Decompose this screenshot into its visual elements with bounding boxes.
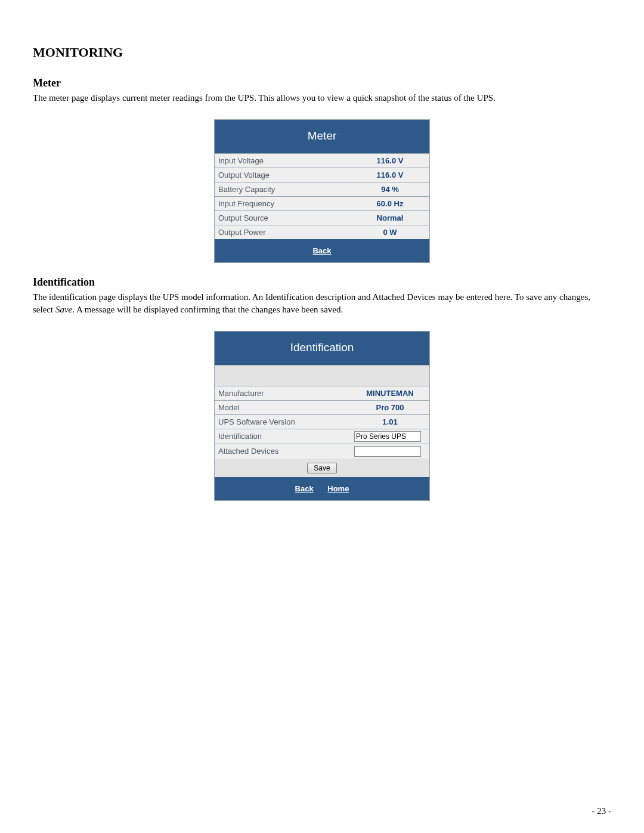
table-row: UPS Software Version 1.01 [215, 415, 429, 429]
identification-heading: Identification [33, 276, 611, 289]
row-value: 94 % [351, 182, 429, 196]
section-title: MONITORING [33, 45, 611, 60]
row-value: 116.0 V [351, 154, 429, 168]
table-row: Input Frequency 60.0 Hz [215, 197, 429, 211]
meter-panel-title: Meter [215, 120, 429, 154]
row-value: 1.01 [351, 415, 429, 429]
row-label: Input Voltage [215, 154, 351, 168]
save-row: Save [215, 459, 429, 477]
page-number: - 23 - [592, 806, 612, 816]
attached-devices-input[interactable] [354, 446, 421, 457]
table-row: Manufacturer MINUTEMAN [215, 386, 429, 401]
meter-description: The meter page displays current meter re… [33, 92, 611, 104]
meter-panel-footer: Back [215, 239, 429, 262]
row-label: Input Frequency [215, 197, 351, 210]
identification-row: Identification [215, 429, 429, 444]
table-row: Battery Capacity 94 % [215, 182, 429, 197]
row-value: MINUTEMAN [351, 386, 429, 400]
meter-panel: Meter Input Voltage 116.0 V Output Volta… [214, 119, 430, 263]
table-row: Model Pro 700 [215, 401, 429, 415]
row-value: 60.0 Hz [351, 197, 429, 210]
row-value [351, 429, 429, 444]
row-value: Normal [351, 211, 429, 225]
row-label: UPS Software Version [215, 415, 351, 429]
save-button[interactable]: Save [307, 463, 336, 473]
identification-subheader [215, 366, 429, 386]
identification-description: The identification page displays the UPS… [33, 291, 611, 315]
meter-heading: Meter [33, 77, 611, 89]
meter-rows: Input Voltage 116.0 V Output Voltage 116… [215, 154, 429, 239]
row-label: Output Voltage [215, 168, 351, 182]
row-value: Pro 700 [351, 401, 429, 414]
attached-devices-row: Attached Devices [215, 444, 429, 459]
table-row: Output Power 0 W [215, 225, 429, 239]
identification-panel-title: Identification [215, 332, 429, 366]
identification-rows: Manufacturer MINUTEMAN Model Pro 700 UPS… [215, 386, 429, 459]
table-row: Output Voltage 116.0 V [215, 168, 429, 182]
identification-panel: Identification Manufacturer MINUTEMAN Mo… [214, 331, 430, 501]
back-link[interactable]: Back [306, 246, 337, 255]
table-row: Output Source Normal [215, 211, 429, 225]
row-label: Identification [215, 429, 351, 444]
row-label: Model [215, 401, 351, 414]
table-row: Input Voltage 116.0 V [215, 154, 429, 168]
identification-input[interactable] [354, 431, 421, 442]
row-label: Attached Devices [215, 444, 351, 459]
row-label: Manufacturer [215, 386, 351, 400]
row-label: Battery Capacity [215, 182, 351, 196]
back-link[interactable]: Back [289, 484, 320, 493]
row-value: 0 W [351, 225, 429, 239]
row-label: Output Source [215, 211, 351, 225]
row-value [351, 444, 429, 459]
row-value: 116.0 V [351, 168, 429, 182]
identification-panel-footer: Back Home [215, 477, 429, 500]
row-label: Output Power [215, 225, 351, 239]
home-link[interactable]: Home [321, 484, 355, 493]
